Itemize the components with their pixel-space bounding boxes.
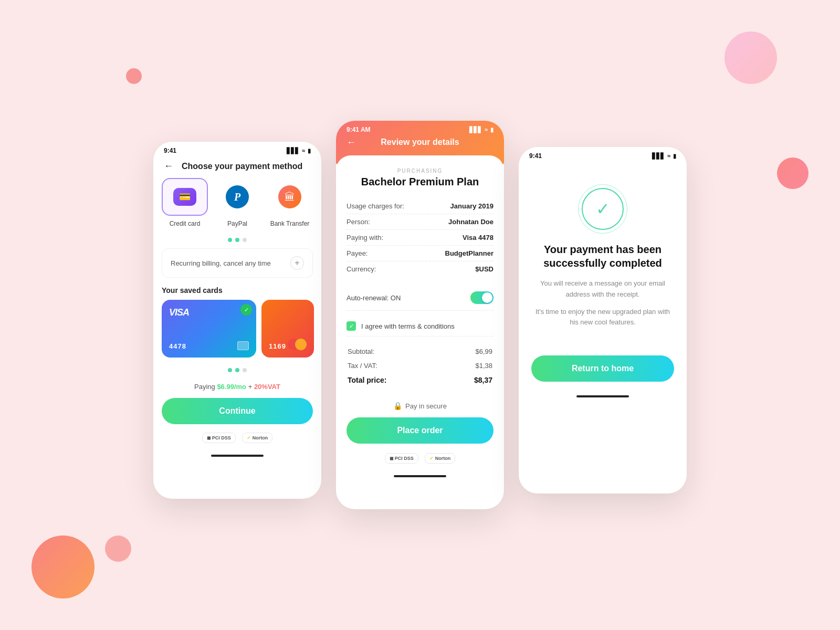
card-chip bbox=[237, 341, 249, 350]
wifi-icon-2: ≈ bbox=[485, 127, 488, 133]
detail-value-0: January 2019 bbox=[426, 198, 494, 214]
home-indicator-1 bbox=[211, 455, 264, 457]
paypal-label: PayPal bbox=[227, 220, 247, 227]
continue-button[interactable]: Continue bbox=[162, 398, 313, 424]
mastercard-card[interactable]: 1169 bbox=[261, 300, 314, 358]
detail-row-4: Currency: $USD bbox=[346, 261, 494, 277]
payment-paypal[interactable]: P PayPal bbox=[214, 178, 260, 227]
terms-label: I agree with terms & conditions bbox=[361, 322, 455, 330]
page-title-1: Choose your payment method bbox=[182, 162, 302, 171]
payment-methods-list: 💳 Credit card P PayPal 🏛 bbox=[153, 178, 321, 236]
nav-bar-1: ← Choose your payment method bbox=[153, 156, 321, 178]
detail-value-2: Visa 4478 bbox=[426, 230, 494, 246]
visa-card-number: 4478 bbox=[169, 342, 186, 350]
dot2-active bbox=[228, 368, 232, 372]
norton-icon: ✓ bbox=[247, 435, 251, 440]
dot2-2 bbox=[235, 368, 239, 372]
signal-icon: ▋▋▋ bbox=[287, 148, 299, 154]
paying-vat: 20%VAT bbox=[254, 383, 280, 391]
norton-badge: ✓ Norton bbox=[242, 433, 273, 443]
payment-credit-card[interactable]: 💳 Credit card bbox=[162, 178, 208, 227]
pci-badge: ◼ PCI DSS bbox=[202, 433, 236, 443]
page-title-2: Review your details bbox=[381, 138, 459, 147]
details-table: Usage charges for: January 2019 Person: … bbox=[346, 198, 494, 277]
time-3: 9:41 bbox=[529, 152, 542, 160]
dot-2 bbox=[235, 238, 239, 242]
pci-icon: ◼ bbox=[207, 435, 211, 440]
status-icons-3: ▋▋▋ ≈ ▮ bbox=[652, 153, 676, 160]
phone-success: 9:41 ▋▋▋ ≈ ▮ ✓ Your payment has been suc… bbox=[519, 147, 687, 494]
credit-card-icon-container: 💳 bbox=[162, 178, 208, 216]
home-indicator-3 bbox=[576, 395, 629, 397]
pricing-table: Subtotal: $6,99 Tax / VAT: $1,38 Total p… bbox=[346, 344, 494, 388]
detail-row-1: Person: Johnatan Doe bbox=[346, 214, 494, 230]
pricing-value-0: $6,99 bbox=[446, 345, 492, 358]
dot-3 bbox=[243, 238, 247, 242]
visa-logo: VISA bbox=[169, 307, 249, 318]
toggle-knob bbox=[482, 292, 492, 303]
success-title: Your payment has been successfully compl… bbox=[531, 243, 674, 270]
expand-button[interactable]: + bbox=[290, 256, 304, 270]
purchasing-label: PURCHASING bbox=[346, 168, 494, 174]
back-button-1[interactable]: ← bbox=[164, 161, 173, 172]
bg-decoration-2 bbox=[105, 536, 131, 562]
time-2: 9:41 AM bbox=[346, 126, 371, 133]
auto-renewal-row: Auto-renewal: ON bbox=[346, 285, 494, 311]
paying-amount: $6.99/mo bbox=[217, 383, 246, 391]
wifi-icon: ≈ bbox=[302, 148, 305, 154]
carousel-dots-1 bbox=[153, 236, 321, 248]
credit-card-label: Credit card bbox=[170, 220, 201, 227]
phones-container: 9:41 ▋▋▋ ≈ ▮ ← Choose your payment metho… bbox=[153, 121, 687, 509]
paypal-icon: P bbox=[226, 185, 249, 208]
payment-bank-transfer[interactable]: 🏛 Bank Transfer bbox=[267, 178, 313, 227]
pricing-row-0: Subtotal: $6,99 bbox=[348, 345, 492, 358]
auto-renewal-label: Auto-renewal: ON bbox=[346, 294, 401, 302]
norton-badge-2: ✓ Norton bbox=[425, 453, 456, 464]
mastercard-logo bbox=[288, 339, 307, 350]
detail-label-4: Currency: bbox=[346, 261, 426, 277]
phone-review: 9:41 AM ▋▋▋ ≈ ▮ ← Review your details PU… bbox=[336, 121, 504, 509]
terms-checkbox[interactable]: ✓ bbox=[346, 321, 356, 331]
wifi-icon-3: ≈ bbox=[667, 153, 670, 159]
bg-decoration-5 bbox=[724, 32, 777, 84]
status-icons-1: ▋▋▋ ≈ ▮ bbox=[287, 148, 311, 154]
phone-payment-method: 9:41 ▋▋▋ ≈ ▮ ← Choose your payment metho… bbox=[153, 142, 321, 499]
detail-value-3: BudgetPlanner bbox=[426, 246, 494, 261]
paying-summary: Paying $6.99/mo + 20%VAT bbox=[153, 379, 321, 398]
signal-icon-2: ▋▋▋ bbox=[469, 127, 482, 133]
mc-card-number: 1169 bbox=[269, 342, 286, 350]
pricing-value-1: $1,38 bbox=[446, 359, 492, 372]
secure-row: 🔒 Pay in secure bbox=[346, 397, 494, 417]
saved-cards-title: Your saved cards bbox=[153, 286, 321, 300]
dot-active bbox=[228, 238, 232, 242]
lock-icon: 🔒 bbox=[393, 402, 402, 410]
status-bar-3: 9:41 ▋▋▋ ≈ ▮ bbox=[519, 147, 687, 162]
detail-value-1: Johnatan Doe bbox=[426, 214, 494, 230]
billing-row: Recurring billing, cancel any time + bbox=[162, 248, 313, 278]
pci-icon-2: ◼ bbox=[390, 456, 393, 461]
terms-row[interactable]: ✓ I agree with terms & conditions bbox=[346, 316, 494, 337]
pricing-row-1: Tax / VAT: $1,38 bbox=[348, 359, 492, 372]
security-badges-1: ◼ PCI DSS ✓ Norton bbox=[153, 430, 321, 450]
card-selected-check: ✓ bbox=[240, 304, 252, 316]
detail-row-2: Paying with: Visa 4478 bbox=[346, 230, 494, 246]
bank-label: Bank Transfer bbox=[270, 220, 310, 227]
auto-renewal-toggle[interactable] bbox=[470, 291, 494, 304]
dot2-3 bbox=[243, 368, 247, 372]
visa-card[interactable]: ✓ VISA 4478 bbox=[162, 300, 256, 358]
home-indicator-2 bbox=[394, 475, 446, 477]
pricing-value-total: $8,37 bbox=[446, 373, 492, 387]
billing-text: Recurring billing, cancel any time bbox=[171, 259, 271, 267]
place-order-button[interactable]: Place order bbox=[346, 417, 494, 444]
bg-decoration-3 bbox=[126, 68, 142, 84]
paying-text: Paying bbox=[194, 383, 215, 391]
return-home-button[interactable]: Return to home bbox=[531, 355, 674, 382]
back-button-2[interactable]: ← bbox=[346, 137, 356, 148]
bg-decoration-4 bbox=[777, 158, 808, 189]
status-bar-2: 9:41 AM ▋▋▋ ≈ ▮ bbox=[336, 121, 504, 135]
status-bar-1: 9:41 ▋▋▋ ≈ ▮ bbox=[153, 142, 321, 156]
detail-value-4: $USD bbox=[426, 261, 494, 277]
detail-label-0: Usage charges for: bbox=[346, 198, 426, 214]
pci-badge-2: ◼ PCI DSS bbox=[385, 453, 418, 464]
review-body: PURCHASING Bachelor Premium Plan Usage c… bbox=[336, 155, 504, 477]
